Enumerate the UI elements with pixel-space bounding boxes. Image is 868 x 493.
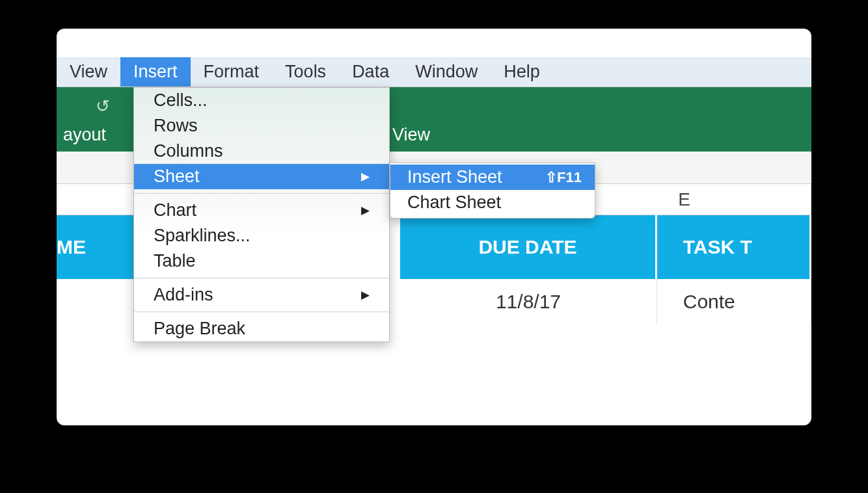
cell-task[interactable]: Conte [657, 279, 811, 325]
menu-separator [134, 312, 389, 312]
submenu-chart-sheet[interactable]: Chart Sheet [390, 190, 595, 215]
menu-item-label: Sheet [154, 167, 200, 187]
menu-view[interactable]: View [57, 57, 120, 87]
menu-item-label: Columns [154, 141, 223, 161]
menu-page-break[interactable]: Page Break [134, 316, 389, 341]
menu-chart[interactable]: Chart ▶ [134, 198, 389, 223]
menu-tools[interactable]: Tools [272, 57, 339, 87]
table-header-name[interactable]: ME [57, 215, 140, 279]
insert-dropdown: Cells... Rows Columns Sheet ▶ Chart ▶ Sp… [133, 87, 390, 342]
menu-columns[interactable]: Columns [134, 139, 389, 164]
undo-icon[interactable]: ↺ [96, 96, 110, 116]
submenu-arrow-icon: ▶ [361, 288, 370, 302]
menu-item-label: Add-ins [154, 285, 213, 305]
table-header-task[interactable]: TASK T [657, 215, 811, 279]
menu-item-label: Table [154, 251, 196, 271]
menu-data[interactable]: Data [339, 57, 402, 87]
menu-separator [134, 278, 389, 278]
menu-rows[interactable]: Rows [134, 113, 389, 139]
submenu-item-label: Chart Sheet [407, 193, 501, 213]
ribbon-tab-layout[interactable]: ayout [57, 125, 119, 145]
menu-window[interactable]: Window [402, 57, 491, 87]
app-viewport: View Insert Format Tools Data Window Hel… [57, 57, 811, 395]
sheet-submenu: Insert Sheet ⇧F11 Chart Sheet [390, 163, 595, 219]
window-frame: View Insert Format Tools Data Window Hel… [57, 29, 811, 425]
menu-item-label: Sparklines... [154, 226, 251, 246]
submenu-arrow-icon: ▶ [361, 170, 370, 183]
menu-insert[interactable]: Insert [120, 57, 191, 87]
menubar: View Insert Format Tools Data Window Hel… [57, 57, 811, 87]
menu-table[interactable]: Table [134, 248, 389, 274]
menu-cells[interactable]: Cells... [134, 88, 389, 113]
menu-item-label: Chart [154, 200, 197, 220]
menu-item-label: Rows [154, 116, 198, 136]
cell-name[interactable] [57, 279, 140, 325]
menu-format[interactable]: Format [191, 57, 273, 87]
column-header-e[interactable]: E [558, 184, 811, 215]
menu-sparklines[interactable]: Sparklines... [134, 223, 389, 248]
menu-sheet[interactable]: Sheet ▶ [134, 164, 389, 189]
cell-due-date[interactable]: 11/8/17 [400, 279, 657, 325]
menu-item-label: Cells... [154, 90, 208, 111]
menu-separator [134, 193, 389, 194]
submenu-arrow-icon: ▶ [361, 204, 370, 217]
table-header-due-date[interactable]: DUE DATE [400, 215, 657, 279]
submenu-insert-sheet[interactable]: Insert Sheet ⇧F11 [390, 165, 595, 190]
keyboard-shortcut: ⇧F11 [545, 169, 582, 186]
menu-addins[interactable]: Add-ins ▶ [134, 282, 389, 308]
submenu-item-label: Insert Sheet [407, 167, 502, 187]
menu-help[interactable]: Help [491, 57, 553, 87]
menu-item-label: Page Break [154, 319, 245, 339]
